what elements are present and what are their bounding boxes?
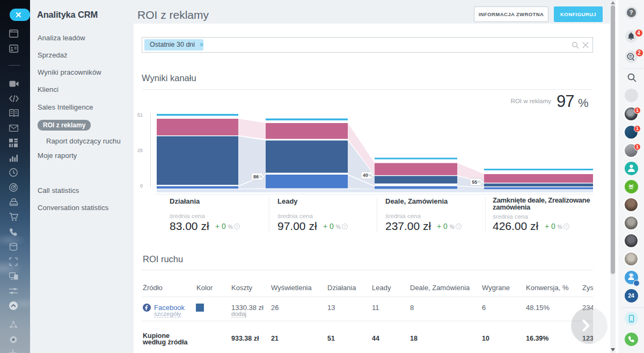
svg-text:%: % xyxy=(259,175,262,178)
svg-text:?: ? xyxy=(565,224,568,229)
svg-text:?: ? xyxy=(343,224,346,229)
svg-text:40: 40 xyxy=(363,172,368,178)
svg-text:?: ? xyxy=(236,224,238,229)
svg-text:%: % xyxy=(369,174,372,177)
svg-text:%: % xyxy=(478,180,481,184)
svg-text:55: 55 xyxy=(472,179,477,185)
svg-text:?: ? xyxy=(457,224,460,229)
svg-text:86: 86 xyxy=(253,174,259,179)
